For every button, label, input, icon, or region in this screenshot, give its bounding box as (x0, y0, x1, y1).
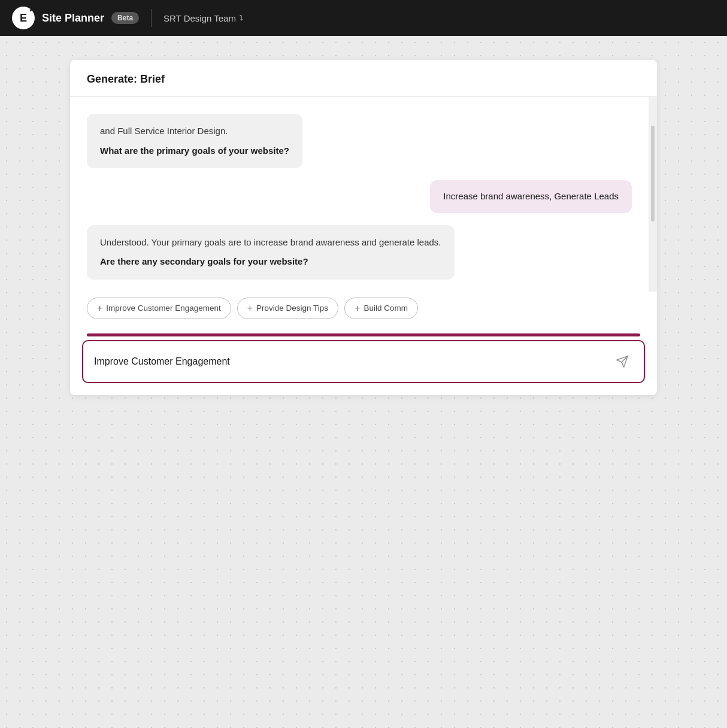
nav-divider (151, 9, 152, 27)
bot-message-2-question: Are there any secondary goals for your w… (100, 255, 441, 269)
input-value-display: Improve Customer Engagement (94, 356, 230, 367)
scrollbar-thumb[interactable] (651, 126, 655, 222)
user-message-1-text: Increase brand awareness, Generate Leads (443, 191, 619, 201)
brief-panel: Generate: Brief and Full Service Interio… (70, 60, 657, 395)
logo-star: ✦ (29, 8, 33, 13)
bot-message-2-partial: Understood. Your primary goals are to in… (100, 236, 441, 250)
chips-row: + Improve Customer Engagement + Provide … (70, 292, 657, 327)
app-logo: E ✦ (12, 7, 35, 29)
chat-area: and Full Service Interior Design. What a… (70, 97, 657, 292)
chip-improve-engagement[interactable]: + Improve Customer Engagement (87, 298, 231, 319)
navbar: E ✦ Site Planner Beta SRT Design Team ⤵ (0, 0, 727, 36)
team-name: SRT Design Team (163, 13, 236, 23)
logo-letter: E (20, 12, 27, 25)
chip-build-comm[interactable]: + Build Comm (344, 298, 418, 319)
send-icon (616, 355, 629, 368)
chip-design-tips[interactable]: + Provide Design Tips (237, 298, 338, 319)
chip-plus-icon-1: + (97, 303, 102, 314)
input-highlight-bar (87, 333, 640, 336)
chip-label-2: Provide Design Tips (256, 304, 328, 313)
app-title: Site Planner (42, 12, 104, 25)
team-selector[interactable]: SRT Design Team ⤵ (163, 13, 243, 23)
bot-message-2: Understood. Your primary goals are to in… (87, 225, 455, 280)
chip-label-3: Build Comm (364, 304, 408, 313)
bot-message-1: and Full Service Interior Design. What a… (87, 114, 302, 168)
chat-scroll[interactable]: and Full Service Interior Design. What a… (70, 97, 649, 292)
bot-message-1-partial: and Full Service Interior Design. (100, 125, 289, 138)
chevron-down-icon: ⤵ (240, 14, 243, 22)
chip-plus-icon-2: + (247, 303, 253, 314)
input-wrapper: Improve Customer Engagement (82, 340, 645, 383)
main-canvas: Generate: Brief and Full Service Interio… (0, 36, 727, 728)
user-message-1: Increase brand awareness, Generate Leads (430, 180, 632, 213)
chip-plus-icon-3: + (355, 303, 360, 314)
panel-header: Generate: Brief (70, 60, 657, 97)
input-area: Improve Customer Engagement (70, 327, 657, 395)
scrollbar-track[interactable] (649, 97, 657, 292)
chip-label-1: Improve Customer Engagement (106, 304, 220, 313)
bot-message-1-question: What are the primary goals of your websi… (100, 144, 289, 158)
panel-title: Generate: Brief (87, 73, 165, 85)
beta-badge: Beta (111, 12, 139, 24)
send-button[interactable] (611, 351, 633, 372)
